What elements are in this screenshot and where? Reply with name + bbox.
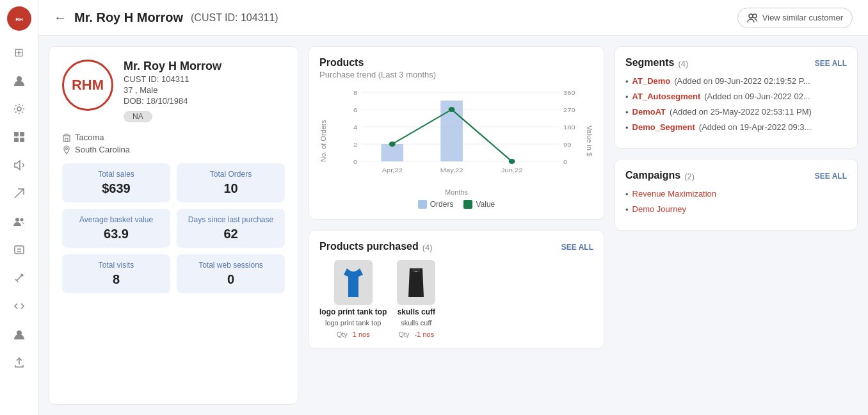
svg-text:2: 2 <box>353 142 358 148</box>
days-last-purchase-value: 62 <box>186 227 276 241</box>
campaign-item-0: Revenue Maximization <box>625 189 847 199</box>
total-web-sessions-value: 0 <box>186 272 276 287</box>
svg-text:0: 0 <box>563 159 568 165</box>
chart-svg: 8 6 4 2 0 360 270 180 90 0 <box>330 86 583 188</box>
campaigns-title-row: Campaigns (2) <box>625 170 695 183</box>
dashboard-icon[interactable]: ⊞ <box>8 41 31 64</box>
legend-orders: Orders <box>418 200 454 209</box>
users-icon[interactable] <box>8 210 31 233</box>
segment-item-3: Demo_Segment (Added on 19-Apr-2022 09:3.… <box>625 122 847 133</box>
y-axis-right-label: Value in $ <box>586 126 593 156</box>
svg-text:4: 4 <box>353 124 358 131</box>
svg-point-3 <box>17 107 21 111</box>
tanktop-svg <box>341 265 366 300</box>
tanktop-qty-label: Qty <box>337 330 348 338</box>
svg-point-18 <box>66 147 68 149</box>
total-sales-value: $639 <box>71 181 161 196</box>
svg-point-37 <box>449 107 455 112</box>
segments-count: (4) <box>678 59 688 69</box>
app-logo: RH <box>7 6 31 31</box>
cuff-name-bold: skulls cuff <box>398 307 435 316</box>
tool-icon[interactable] <box>8 266 31 289</box>
svg-point-38 <box>509 159 515 164</box>
topbar: ← Mr. Roy H Morrow (CUST ID: 104311) Vie… <box>38 0 868 36</box>
avg-basket-card: Average basket value 63.9 <box>62 209 170 248</box>
middle-panel: Products Purchase trend (Last 3 months) … <box>309 46 604 405</box>
segment-date-2: (Added on 25-May-2022 02:53:11 PM) <box>670 107 812 117</box>
products-title: Products <box>319 57 593 69</box>
products-purchased-title-row: Products purchased (4) <box>319 241 433 254</box>
segment-item-2: DemoAT (Added on 25-May-2022 02:53:11 PM… <box>625 107 847 117</box>
megaphone-icon[interactable] <box>8 154 31 177</box>
segment-list: AT_Demo (Added on 09-Jun-2022 02:19:52 P… <box>625 76 847 133</box>
total-orders-value: 10 <box>186 181 276 196</box>
view-similar-label: View similar customer <box>762 13 843 22</box>
total-web-sessions-card: Total web sessions 0 <box>177 254 285 293</box>
state-label: South Carolina <box>75 145 130 154</box>
segments-card: Segments (4) SEE ALL AT_Demo (Added on 0… <box>615 46 858 149</box>
segments-header: Segments (4) SEE ALL <box>625 57 847 70</box>
total-visits-card: Total visits 8 <box>62 254 170 293</box>
na-badge: NA <box>124 111 152 122</box>
building-icon <box>62 133 71 142</box>
svg-text:0: 0 <box>353 159 358 165</box>
svg-point-8 <box>15 218 19 222</box>
grid-icon[interactable] <box>8 126 31 149</box>
days-last-purchase-card: Days since last purchase 62 <box>177 209 285 248</box>
cust-id-label: (CUST ID: 104311) <box>191 12 278 24</box>
state-row: South Carolina <box>62 145 285 154</box>
products-purchased-count: (4) <box>422 243 433 252</box>
export-icon[interactable] <box>8 351 31 374</box>
cuff-display-name: skulls cuff <box>401 319 431 327</box>
segment-name-2: DemoAT <box>632 107 666 117</box>
campaigns-title: Campaigns <box>625 170 680 181</box>
svg-text:Apr,22: Apr,22 <box>382 167 403 174</box>
products-chart-card: Products Purchase trend (Last 3 months) … <box>309 46 604 220</box>
total-sales-label: Total sales <box>71 170 161 179</box>
campaign-item-1: Demo Journey <box>625 204 847 215</box>
arrow-icon[interactable] <box>8 182 31 205</box>
svg-text:May,22: May,22 <box>440 167 463 174</box>
avatar: RHM <box>62 60 113 111</box>
products-subtitle: Purchase trend (Last 3 months) <box>319 70 593 79</box>
profile-name: Mr. Roy H Morrow <box>124 60 285 73</box>
product-item-cuff: skulls cuff skulls cuff Qty -1 nos <box>397 260 435 338</box>
profile-section: RHM Mr. Roy H Morrow CUST ID: 104311 37 … <box>62 60 285 122</box>
topbar-left: ← Mr. Roy H Morrow (CUST ID: 104311) <box>54 10 278 25</box>
settings-icon[interactable] <box>8 97 31 120</box>
campaigns-card: Campaigns (2) SEE ALL Revenue Maximizati… <box>615 159 858 231</box>
svg-rect-4 <box>14 132 19 136</box>
segments-see-all-button[interactable]: SEE ALL <box>815 59 847 68</box>
segment-date-0: (Added on 09-Jun-2022 02:19:52 P... <box>674 76 810 86</box>
user-compare-icon <box>747 12 759 24</box>
person-icon[interactable] <box>8 69 31 92</box>
svg-text:90: 90 <box>563 142 572 148</box>
total-web-sessions-label: Total web sessions <box>186 261 276 270</box>
segment-name-1: AT_Autosegment <box>632 92 701 101</box>
campaign-list: Revenue Maximization Demo Journey <box>625 189 847 215</box>
svg-rect-34 <box>381 144 403 161</box>
value-color-box <box>463 200 472 209</box>
svg-point-14 <box>749 14 753 18</box>
campaigns-see-all-button[interactable]: SEE ALL <box>815 172 847 181</box>
segment-date-3: (Added on 19-Apr-2022 09:3... <box>699 122 812 132</box>
city-label: Tacoma <box>75 133 104 142</box>
list-icon[interactable] <box>8 238 31 261</box>
main-area: ← Mr. Roy H Morrow (CUST ID: 104311) Vie… <box>38 0 868 415</box>
segment-name-0: AT_Demo <box>632 76 671 86</box>
cuff-qty-label: Qty <box>398 330 409 338</box>
tanktop-name-bold: logo print tank top <box>319 307 387 316</box>
city-row: Tacoma <box>62 133 285 142</box>
x-axis-label: Months <box>330 188 583 196</box>
profile2-icon[interactable] <box>8 323 31 346</box>
segment-item-0: AT_Demo (Added on 09-Jun-2022 02:19:52 P… <box>625 76 847 86</box>
svg-rect-5 <box>20 132 24 136</box>
code-icon[interactable] <box>8 295 31 318</box>
back-button[interactable]: ← <box>54 10 67 25</box>
location-icon <box>62 145 71 154</box>
svg-rect-7 <box>20 138 24 142</box>
view-similar-button[interactable]: View similar customer <box>737 8 853 28</box>
products-see-all-button[interactable]: SEE ALL <box>561 243 593 252</box>
segments-title: Segments <box>625 57 674 69</box>
content-area: RHM Mr. Roy H Morrow CUST ID: 104311 37 … <box>38 36 868 415</box>
